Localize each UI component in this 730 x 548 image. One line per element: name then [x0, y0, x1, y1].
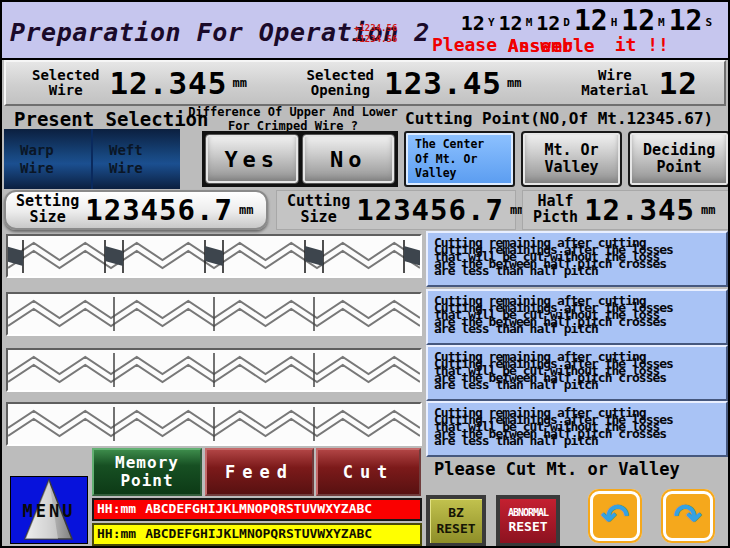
weft-wire-button[interactable]: WeftWire [93, 129, 180, 189]
title-bar: Preparation For Operation 2 +1234.56 +12… [2, 2, 728, 60]
wire-material-value: 12 [659, 65, 698, 101]
cutting-point-heading: Cutting Point(NO,Of Mt.12345.67) [405, 109, 713, 128]
selected-opening-unit: mm [507, 76, 521, 90]
undo-button[interactable]: ↶ [588, 489, 642, 543]
cut-button[interactable]: Cut [316, 448, 421, 496]
center-of-mt-or-valley-button[interactable]: The CenterOf Mt. OrValley [404, 131, 515, 187]
half-pitch-value: 12.345 [584, 193, 695, 227]
abnormal-reset-button[interactable]: ABNORMALRESET [496, 495, 560, 547]
yes-no-group: Yes No [202, 131, 398, 187]
ticker-yellow-time: HH:mm [97, 526, 136, 541]
redo-button[interactable]: ↷ [661, 489, 715, 543]
zigzag-wave-icon [8, 404, 420, 444]
clock-second: 12 [669, 4, 703, 37]
setting-size-unit: mm [239, 203, 253, 217]
wave-display-3 [6, 348, 422, 392]
setting-size-label: SettingSize [16, 194, 79, 226]
clock-month-unit: M [526, 16, 533, 29]
clock-day: 12 [536, 11, 560, 35]
clock-hour: 12 [574, 4, 608, 37]
alarm-ticker-yellow: HH:mmABCDEFGHIJKLMNOPQRSTUVWXYZABC [92, 523, 422, 546]
overlapped-message-line: are less than half pitch [434, 321, 598, 336]
wire-material-readout: WireMaterial 12 [581, 65, 698, 101]
wire-material-label: WireMaterial [581, 68, 648, 99]
alert-word-2: Assemble [508, 35, 595, 56]
hmi-screen: Preparation For Operation 2 +1234.56 +12… [0, 0, 730, 548]
counter-readout: +1234.56 +1234.56 [354, 23, 397, 45]
mt-or-valley-button[interactable]: Mt. OrValley [521, 131, 623, 187]
clock-month: 12 [499, 11, 523, 35]
alert-suffix: it !! [604, 34, 669, 55]
selected-opening-value: 123.45 [384, 65, 502, 101]
present-selection-heading: Present Selection [14, 108, 208, 130]
alert-overlapped-words: AnswerAssemble [508, 35, 604, 55]
ticker-red-time: HH:mm [97, 501, 136, 516]
datetime-display: 12Y 12M 12D 12H 12M 12S [461, 4, 716, 37]
counter-value-2: +1234.56 [354, 34, 397, 45]
cutting-message-panel-1: Cutting remaining after cuttingCutting r… [426, 231, 728, 287]
counter-value-1: +1234.56 [354, 23, 397, 34]
zigzag-wave-icon [8, 294, 420, 334]
overlapped-message-line: are less than half pitch [434, 433, 598, 448]
alarm-ticker-red: HH:mmABCDEFGHIJKLMNOPQRSTUVWXYZABC [92, 498, 422, 521]
warp-wire-button[interactable]: WarpWire [4, 129, 93, 189]
menu-label: MENU [11, 501, 87, 521]
clock-minute-unit: M [658, 16, 665, 29]
selected-wire-label: SelectedWire [32, 68, 99, 99]
clock-hour-unit: H [611, 16, 618, 29]
selected-wire-unit: mm [232, 76, 246, 90]
zigzag-wave-icon [8, 350, 420, 390]
setting-size-button[interactable]: SettingSize 123456.7 mm [4, 190, 268, 230]
half-pitch-label: HalfPicth [533, 194, 578, 226]
zigzag-wave-icon [8, 236, 420, 276]
wave-display-2 [6, 292, 422, 336]
status-bar: SelectedWire 12.345 mm SelectedOpening 1… [4, 60, 726, 106]
no-button[interactable]: No [302, 134, 396, 184]
alert-message: Please AnswerAssemble it !! [432, 34, 669, 55]
selected-wire-readout: SelectedWire 12.345 mm [32, 65, 247, 101]
feed-button[interactable]: Feed [205, 448, 314, 496]
selected-opening-label: SelectedOpening [307, 68, 374, 99]
clock-day-unit: D [563, 16, 570, 29]
clock-minute: 12 [621, 4, 655, 37]
cutting-point-buttons: The CenterOf Mt. OrValley Mt. OrValley D… [404, 131, 730, 187]
half-pitch-readout: HalfPicth 12.345 mm [522, 190, 730, 230]
setting-size-value: 123456.7 [85, 193, 233, 227]
memory-point-button[interactable]: MemoryPoint [92, 448, 202, 496]
wire-type-panel: WarpWire WeftWire [4, 129, 180, 189]
cutting-message-panel-4: Cutting remaining after cuttingCutting r… [426, 401, 728, 457]
cutting-size-label: CuttingSize [287, 194, 350, 226]
cutting-message-panel-3: Cutting remaining after cuttingCutting r… [426, 345, 728, 401]
menu-button[interactable]: MENU [10, 476, 88, 544]
ticker-yellow-text: ABCDEFGHIJKLMNOPQRSTUVWXYZABC [145, 526, 372, 541]
instruction-text: Please Cut Mt. or Valley [434, 459, 680, 479]
bz-reset-button[interactable]: BZRESET [426, 495, 486, 547]
selected-wire-value: 12.345 [109, 65, 227, 101]
cutting-size-readout: CuttingSize 123456.7 mm [276, 190, 516, 230]
clock-year-unit: Y [488, 16, 495, 29]
cutting-message-panel-2: Cutting remaining after cuttingCutting r… [426, 289, 728, 345]
alert-prefix: Please [432, 34, 508, 55]
redo-arrow-icon: ↷ [674, 496, 703, 536]
overlapped-message-line: are less than half pitch [434, 377, 598, 392]
ticker-red-text: ABCDEFGHIJKLMNOPQRSTUVWXYZABC [145, 501, 372, 516]
yes-button[interactable]: Yes [205, 134, 299, 184]
selected-opening-readout: SelectedOpening 123.45 mm [307, 65, 522, 101]
clock-second-unit: S [705, 16, 712, 29]
overlapped-message-line: are less than half pitch [434, 263, 598, 278]
undo-arrow-icon: ↶ [601, 496, 630, 536]
size-row: SettingSize 123456.7 mm CuttingSize 1234… [2, 190, 730, 232]
cutting-size-value: 123456.7 [356, 193, 504, 227]
deciding-point-button[interactable]: DecidingPoint [628, 131, 730, 187]
wave-display-1 [6, 234, 422, 278]
difference-question: Difference Of Upper And LowerFor Crimped… [186, 105, 400, 134]
wave-display-4 [6, 402, 422, 446]
half-pitch-unit: mm [701, 203, 715, 217]
clock-year: 12 [461, 11, 485, 35]
